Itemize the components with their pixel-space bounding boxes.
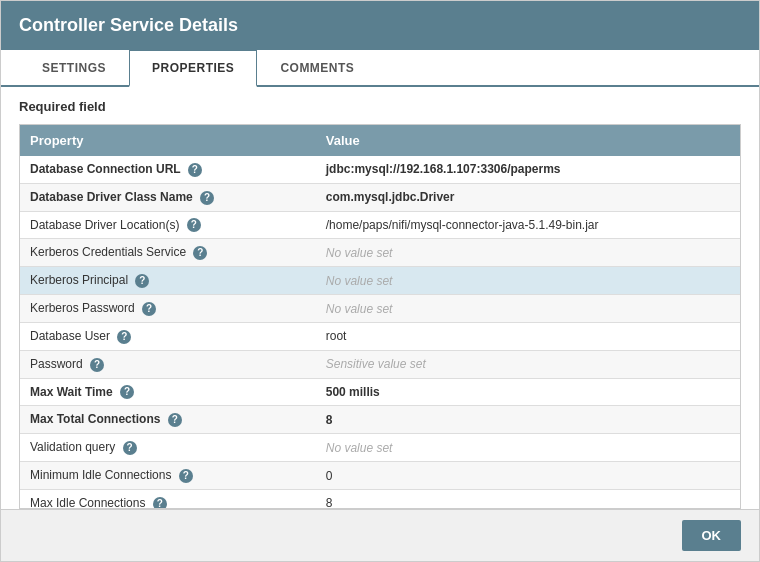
properties-table-wrapper[interactable]: Property Value Database Connection URL ?… [19,124,741,509]
property-name-cell: Password ? [20,350,316,378]
property-name-cell: Kerberos Principal ? [20,267,316,295]
property-value-cell[interactable]: root [316,322,740,350]
property-name-cell: Validation query ? [20,434,316,462]
property-name-cell: Kerberos Credentials Service ? [20,239,316,267]
table-row[interactable]: Validation query ?No value set [20,434,740,462]
property-value-cell[interactable]: com.mysql.jdbc.Driver [316,183,740,211]
property-value-cell[interactable]: No value set [316,267,740,295]
table-row[interactable]: Max Total Connections ?8 [20,406,740,434]
property-name-cell: Max Idle Connections ? [20,489,316,509]
property-value-cell[interactable]: No value set [316,239,740,267]
controller-service-dialog: Controller Service Details SETTINGS PROP… [0,0,760,562]
property-name-cell: Max Wait Time ? [20,378,316,406]
tab-content: Required field Property Value Database C… [1,87,759,509]
table-row[interactable]: Database Connection URL ?jdbc:mysql://19… [20,156,740,183]
table-row[interactable]: Database Driver Location(s) ?/home/paps/… [20,211,740,239]
column-header-property: Property [20,125,316,156]
property-name-cell: Minimum Idle Connections ? [20,462,316,490]
table-row[interactable]: Kerberos Password ?No value set [20,295,740,323]
column-header-value: Value [316,125,740,156]
help-icon[interactable]: ? [188,163,202,177]
property-name-cell: Database User ? [20,322,316,350]
help-icon[interactable]: ? [135,274,149,288]
help-icon[interactable]: ? [179,469,193,483]
help-icon[interactable]: ? [90,358,104,372]
help-icon[interactable]: ? [187,218,201,232]
dialog-header: Controller Service Details [1,1,759,50]
property-value-cell[interactable]: 8 [316,489,740,509]
property-name-cell: Max Total Connections ? [20,406,316,434]
table-row[interactable]: Database Driver Class Name ?com.mysql.jd… [20,183,740,211]
table-row[interactable]: Max Wait Time ?500 millis [20,378,740,406]
help-icon[interactable]: ? [117,330,131,344]
table-row[interactable]: Database User ?root [20,322,740,350]
table-header-row: Property Value [20,125,740,156]
property-value-cell[interactable]: No value set [316,295,740,323]
property-name-cell: Database Driver Class Name ? [20,183,316,211]
property-name-cell: Kerberos Password ? [20,295,316,323]
property-value-cell[interactable]: 8 [316,406,740,434]
required-field-label: Required field [19,99,741,114]
property-value-cell[interactable]: 500 millis [316,378,740,406]
help-icon[interactable]: ? [142,302,156,316]
table-row[interactable]: Kerberos Credentials Service ?No value s… [20,239,740,267]
help-icon[interactable]: ? [120,385,134,399]
tab-properties[interactable]: PROPERTIES [129,50,257,87]
property-value-cell[interactable]: No value set [316,434,740,462]
property-value-cell[interactable]: 0 [316,462,740,490]
tab-settings[interactable]: SETTINGS [19,50,129,85]
property-value-cell[interactable]: /home/paps/nifi/mysql-connector-java-5.1… [316,211,740,239]
help-icon[interactable]: ? [123,441,137,455]
dialog-footer: OK [1,509,759,561]
tab-comments[interactable]: COMMENTS [257,50,377,85]
ok-button[interactable]: OK [682,520,742,551]
help-icon[interactable]: ? [168,413,182,427]
tab-bar: SETTINGS PROPERTIES COMMENTS [1,50,759,87]
property-name-cell: Database Connection URL ? [20,156,316,183]
table-row[interactable]: Password ?Sensitive value set [20,350,740,378]
property-name-cell: Database Driver Location(s) ? [20,211,316,239]
dialog-title: Controller Service Details [19,15,741,36]
help-icon[interactable]: ? [200,191,214,205]
help-icon[interactable]: ? [153,497,167,509]
table-row[interactable]: Kerberos Principal ?No value set [20,267,740,295]
help-icon[interactable]: ? [193,246,207,260]
table-row[interactable]: Max Idle Connections ?8 [20,489,740,509]
table-row[interactable]: Minimum Idle Connections ?0 [20,462,740,490]
properties-table: Property Value Database Connection URL ?… [20,125,740,509]
property-value-cell[interactable]: Sensitive value set [316,350,740,378]
property-value-cell[interactable]: jdbc:mysql://192.168.1.107:3306/paperms [316,156,740,183]
